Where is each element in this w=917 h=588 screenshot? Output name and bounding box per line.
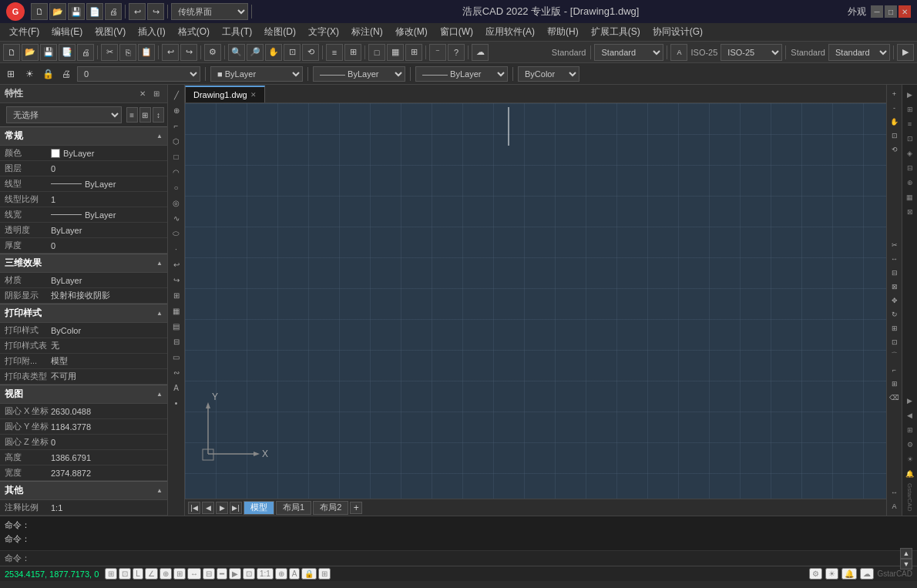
dt-line[interactable]: ╱ (170, 88, 183, 102)
dt-text[interactable]: A (170, 381, 183, 395)
menu-help[interactable]: 帮助(H) (541, 24, 585, 40)
dt-rect[interactable]: □ (170, 150, 183, 163)
fr-btn5[interactable]: ◈ (903, 146, 917, 160)
tb-redo[interactable]: ↪ (180, 44, 197, 61)
fr-btn12[interactable]: ⊞ (903, 423, 917, 437)
dt-region[interactable]: ⊟ (170, 334, 183, 348)
fr-btn1[interactable]: ▶ (903, 88, 917, 102)
dim-style-dropdown[interactable]: ISO-25 (720, 44, 782, 61)
status-osnap-btn[interactable]: ⊕ (160, 568, 172, 580)
color-select[interactable]: ■ ByLayer (210, 66, 303, 82)
fr-bell[interactable]: 🔔 (903, 467, 917, 481)
selection-dropdown[interactable]: 无选择 (6, 106, 122, 123)
tb-props[interactable]: ≡ (326, 44, 343, 61)
undo-btn[interactable]: ↩ (129, 3, 146, 20)
fr-btn3[interactable]: ≡ (903, 117, 917, 131)
status-bell-btn[interactable]: 🔔 (841, 568, 857, 580)
saveas-btn[interactable]: 📄 (86, 3, 103, 20)
tb-block[interactable]: □ (368, 44, 385, 61)
fr-sun[interactable]: ☀ (903, 452, 917, 466)
model-nav-last[interactable]: ▶| (230, 502, 242, 514)
dt-3dpoly[interactable]: ∾ (170, 365, 183, 379)
status-otrack-btn[interactable]: ⊞ (173, 568, 186, 580)
dt-ellipse[interactable]: ⬭ (170, 227, 183, 240)
fr-btn8[interactable]: ▦ (903, 190, 917, 204)
menu-edit[interactable]: 编辑(E) (45, 24, 89, 40)
layer-select[interactable]: 0 (77, 66, 200, 82)
menu-file[interactable]: 文件(F) (3, 24, 45, 40)
status-lock-btn[interactable]: 🔒 (301, 568, 317, 580)
rt-trim[interactable]: ✂ (888, 239, 901, 251)
rt-zoomout[interactable]: - (888, 102, 901, 114)
print-btn[interactable]: 🖨 (105, 3, 122, 20)
dt-wipeout[interactable]: ▭ (170, 350, 183, 364)
tb-hatch[interactable]: ▦ (387, 44, 404, 61)
tb-saveas[interactable]: 📑 (59, 44, 76, 61)
tb-zoom-prev[interactable]: ⟲ (302, 44, 319, 61)
print-section-header[interactable]: 打印样式 ▲ (0, 304, 167, 323)
rt-full[interactable]: ⊡ (888, 129, 901, 142)
dt-point[interactable]: · (170, 242, 183, 256)
menu-window[interactable]: 窗口(W) (434, 24, 479, 40)
tb-zoom-all[interactable]: ⊡ (284, 44, 301, 61)
dt-hatch[interactable]: ▦ (170, 304, 183, 318)
layer-freeze-btn[interactable]: ☀ (22, 66, 37, 82)
tb-textstyle-btn[interactable]: A (670, 44, 687, 61)
quick-select-btn[interactable]: ≡ (126, 107, 138, 123)
tb-calc[interactable]: ⁻ (429, 44, 446, 61)
drawing-area[interactable]: Y X (185, 103, 886, 499)
menu-format[interactable]: 格式(O) (172, 24, 216, 40)
menu-text[interactable]: 文字(X) (302, 24, 345, 40)
tb-cloud[interactable]: ☁ (472, 44, 489, 61)
tb-save[interactable]: 💾 (40, 44, 57, 61)
menu-modify[interactable]: 修改(M) (389, 24, 434, 40)
rt-rotate[interactable]: ↻ (888, 308, 901, 321)
rt-extend[interactable]: ↔ (888, 253, 901, 265)
dt-insert[interactable]: ⊞ (170, 288, 183, 302)
menu-extend[interactable]: 扩展工具(S) (585, 24, 647, 40)
fr-btn10[interactable]: ▶ (903, 394, 917, 408)
status-sun-btn[interactable]: ☀ (825, 568, 838, 580)
menu-collab[interactable]: 协同设计(G) (647, 24, 709, 40)
tb-cut[interactable]: ✂ (101, 44, 118, 61)
interface-dropdown[interactable]: 传统界面 (171, 3, 248, 20)
menu-dimension[interactable]: 标注(N) (345, 24, 389, 40)
rt-offset[interactable]: ⊟ (888, 267, 901, 279)
dt-arc[interactable]: ◠ (170, 165, 183, 179)
status-anno-btn[interactable]: A (289, 568, 301, 580)
titlebar-restore-btn[interactable]: □ (885, 5, 897, 18)
status-scale-btn[interactable]: 1:1 (257, 568, 274, 580)
dt-donut[interactable]: ◎ (170, 196, 183, 210)
status-qp-btn[interactable]: ⊡ (243, 568, 255, 580)
tb-matchprop[interactable]: ⚙ (204, 44, 221, 61)
fr-btn6[interactable]: ⊟ (903, 161, 917, 175)
linetype-select[interactable]: ——— ByLayer (313, 66, 405, 82)
rt-dim[interactable]: ↔ (888, 486, 901, 499)
toggle-btn[interactable]: ↕ (153, 107, 164, 123)
model-tab-model[interactable]: 模型 (244, 501, 274, 515)
menu-insert[interactable]: 插入(I) (132, 24, 171, 40)
dt-xline[interactable]: ⊕ (170, 103, 183, 117)
status-cloud-btn[interactable]: ☁ (860, 568, 874, 580)
layer-lock-btn[interactable]: 🔒 (40, 66, 55, 82)
tab-close-btn[interactable]: ✕ (250, 91, 257, 99)
tb-table[interactable]: ⊞ (405, 44, 422, 61)
menu-view[interactable]: 视图(V) (89, 24, 132, 40)
dt-redo[interactable]: ↪ (170, 273, 183, 287)
tb-pan[interactable]: ✋ (265, 44, 282, 61)
fr-btn2[interactable]: ⊞ (903, 102, 917, 116)
props-close-btn[interactable]: ✕ (136, 88, 149, 100)
dt-polyline[interactable]: ⌐ (170, 119, 183, 133)
rt-move[interactable]: ✥ (888, 294, 901, 307)
status-ducs-btn[interactable]: ↔ (187, 568, 201, 580)
status-dyn-btn[interactable]: ⊟ (203, 568, 215, 580)
status-tp-btn[interactable]: ▶ (229, 568, 241, 580)
layer-mgr-btn[interactable]: ⊞ (3, 66, 18, 82)
menu-apps[interactable]: 应用软件(A) (479, 24, 541, 40)
rt-fillet[interactable]: ⌒ (888, 350, 901, 362)
model-tab-layout2[interactable]: 布局2 (313, 501, 348, 515)
dt-point2[interactable]: • (170, 396, 183, 410)
3d-section-header[interactable]: 三维效果 ▲ (0, 254, 167, 273)
fr-btn11[interactable]: ◀ (903, 408, 917, 422)
dt-circle[interactable]: ○ (170, 180, 183, 194)
